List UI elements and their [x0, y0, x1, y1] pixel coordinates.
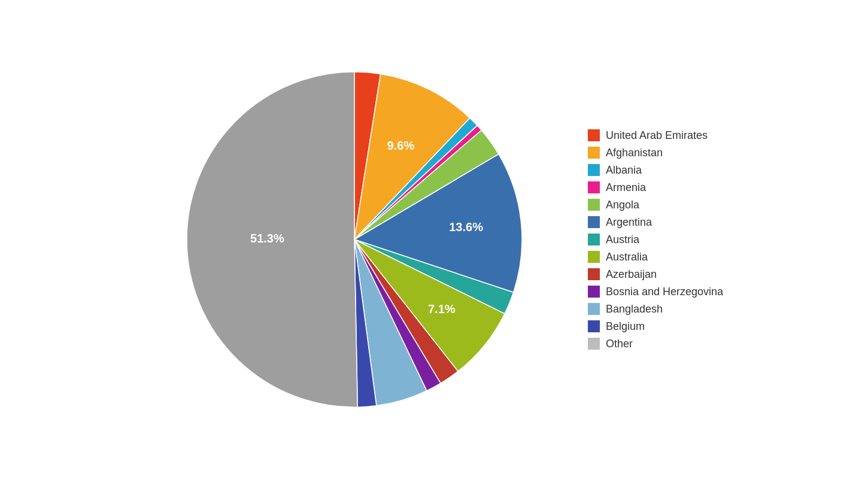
legend-color-box: [588, 216, 600, 228]
label-7.1%: 7.1%: [428, 302, 456, 316]
legend-label-text: Afghanistan: [606, 147, 663, 159]
label-9.6%: 9.6%: [387, 139, 415, 152]
legend-label-text: Argentina: [606, 216, 652, 229]
legend-color-box: [588, 199, 600, 211]
legend-color-box: [588, 164, 600, 176]
legend-item-argentina: Argentina: [588, 216, 723, 229]
legend-color-box: [588, 338, 600, 350]
label-13.6%: 13.6%: [449, 220, 483, 234]
legend-color-box: [588, 129, 600, 141]
legend-label-text: Bosnia and Herzegovina: [606, 286, 723, 298]
legend-item-belgium: Belgium: [588, 320, 723, 333]
legend-color-box: [588, 181, 600, 193]
legend-color-box: [588, 286, 600, 298]
pie-chart-area: 9.6%13.6%7.1%51.3%: [145, 30, 564, 449]
legend-label-text: Azerbaijan: [606, 268, 657, 281]
legend-color-box: [588, 303, 600, 315]
chart-container: 9.6%13.6%7.1%51.3% United Arab EmiratesA…: [0, 0, 868, 479]
label-51.3%: 51.3%: [250, 232, 284, 245]
legend-item-united-arab-emirates: United Arab Emirates: [588, 129, 723, 142]
legend-color-box: [588, 234, 600, 245]
legend-label-text: Angola: [606, 199, 639, 211]
legend-item-australia: Australia: [588, 251, 723, 263]
legend: United Arab EmiratesAfghanistanAlbaniaAr…: [588, 129, 723, 350]
legend-label-text: Bangladesh: [606, 303, 663, 316]
legend-item-angola: Angola: [588, 199, 723, 211]
legend-item-bangladesh: Bangladesh: [588, 303, 723, 316]
legend-label-text: Australia: [606, 251, 648, 263]
legend-item-afghanistan: Afghanistan: [588, 147, 723, 159]
legend-color-box: [588, 251, 600, 263]
pie-chart-svg: 9.6%13.6%7.1%51.3%: [169, 54, 540, 425]
legend-label-text: Austria: [606, 234, 639, 246]
legend-item-other: Other: [588, 338, 723, 350]
legend-color-box: [588, 268, 600, 280]
legend-color-box: [588, 320, 600, 332]
legend-label-text: Armenia: [606, 181, 646, 194]
legend-label-text: United Arab Emirates: [606, 129, 708, 142]
legend-item-bosnia-and-herzegovina: Bosnia and Herzegovina: [588, 286, 723, 298]
legend-label-text: Belgium: [606, 320, 645, 333]
legend-item-albania: Albania: [588, 164, 723, 177]
legend-item-azerbaijan: Azerbaijan: [588, 268, 723, 281]
legend-item-armenia: Armenia: [588, 181, 723, 194]
legend-label-text: Other: [606, 338, 633, 350]
legend-item-austria: Austria: [588, 234, 723, 246]
legend-label-text: Albania: [606, 164, 642, 177]
legend-color-box: [588, 147, 600, 159]
